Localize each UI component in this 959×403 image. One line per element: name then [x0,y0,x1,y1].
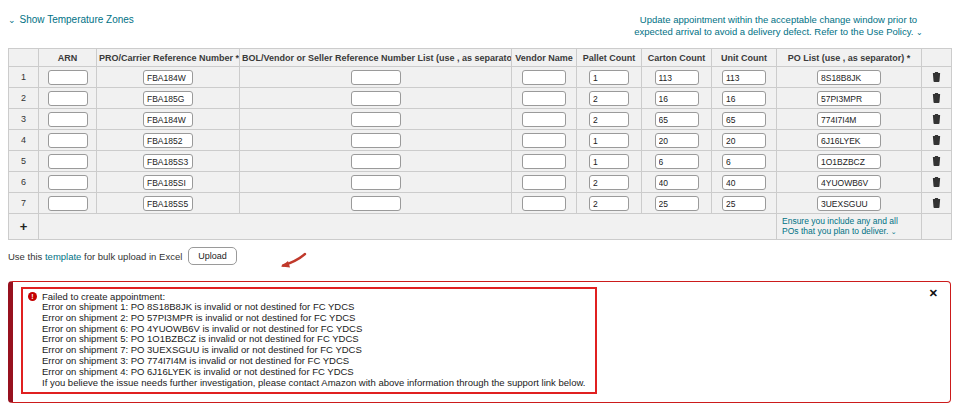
add-row-end [922,214,952,240]
delete-row-button[interactable] [932,113,941,124]
unit-count-input[interactable] [722,91,766,106]
arn-input[interactable] [48,91,88,106]
vendor-name-input[interactable] [522,133,566,148]
bol-reference-input[interactable] [351,133,401,148]
vendor-name-input[interactable] [522,70,566,85]
chevron-down-icon[interactable]: ⌄ [891,228,897,235]
row-number: 6 [9,172,39,193]
add-row-spacer [39,214,777,240]
header-pallet-count: Pallet Count [577,49,642,67]
arn-input[interactable] [48,154,88,169]
row-number: 4 [9,130,39,151]
arn-input[interactable] [48,175,88,190]
trash-icon [932,70,941,85]
pro-reference-input[interactable] [143,91,193,106]
vendor-name-input[interactable] [522,154,566,169]
pro-reference-input[interactable] [143,70,193,85]
use-policy-link[interactable]: Use Policy. [867,26,914,37]
bol-reference-input[interactable] [351,70,401,85]
carton-count-input[interactable] [655,175,699,190]
arn-input[interactable] [48,133,88,148]
trash-icon [932,175,941,190]
upload-button[interactable]: Upload [188,247,237,265]
po-list-input[interactable] [817,112,881,127]
pallet-count-input[interactable] [589,196,629,211]
vendor-name-input[interactable] [522,91,566,106]
error-icon: ! [28,292,37,301]
delete-row-button[interactable] [932,71,941,82]
header-po-list: PO List (use , as separator) * [777,49,922,67]
update-policy-notice: Update appointment within the acceptable… [606,14,951,38]
carton-count-input[interactable] [655,196,699,211]
table-row: 1 [9,67,952,88]
po-list-input[interactable] [817,154,881,169]
vendor-name-input[interactable] [522,196,566,211]
arn-input[interactable] [48,196,88,211]
header-actions [922,49,952,67]
trash-icon [932,133,941,148]
pallet-count-input[interactable] [589,112,629,127]
header-bol: BOL/Vendor or Seller Reference Number Li… [240,49,512,67]
pro-reference-input[interactable] [143,154,193,169]
header-arn: ARN [39,49,97,67]
unit-count-input[interactable] [722,112,766,127]
bulk-upload-text: Use this template for bulk upload in Exc… [8,251,182,262]
header-unit-count: Unit Count [712,49,777,67]
vendor-name-input[interactable] [522,175,566,190]
bol-reference-input[interactable] [351,175,401,190]
trash-icon [932,154,941,169]
pallet-count-input[interactable] [589,133,629,148]
unit-count-input[interactable] [722,175,766,190]
bol-reference-input[interactable] [351,91,401,106]
header-carton-count: Carton Count [642,49,712,67]
trash-icon [932,112,941,127]
chevron-down-icon: ⌄ [8,16,16,24]
delete-row-button[interactable] [932,92,941,103]
pallet-count-input[interactable] [589,91,629,106]
carton-count-input[interactable] [655,91,699,106]
carton-count-input[interactable] [655,112,699,127]
row-number: 2 [9,88,39,109]
po-note-text: Ensure you include any and all POs that … [782,216,898,236]
po-list-input[interactable] [817,133,881,148]
pallet-count-input[interactable] [589,154,629,169]
add-row-button[interactable]: + [9,214,39,240]
bol-reference-input[interactable] [351,112,401,127]
arn-input[interactable] [48,112,88,127]
delete-row-button[interactable] [932,197,941,208]
po-list-input[interactable] [817,175,881,190]
bol-reference-input[interactable] [351,196,401,211]
pro-reference-input[interactable] [143,196,193,211]
pallet-count-input[interactable] [589,70,629,85]
show-temperature-zones-link[interactable]: ⌄ Show Temperature Zones [8,14,134,25]
po-list-input[interactable] [817,70,881,85]
arn-input[interactable] [48,70,88,85]
pro-reference-input[interactable] [143,175,193,190]
delete-row-button[interactable] [932,155,941,166]
carton-count-input[interactable] [655,154,699,169]
po-list-input[interactable] [817,91,881,106]
shipments-table: ARN PRO/Carrier Reference Number * BOL/V… [8,48,952,240]
row-number: 5 [9,151,39,172]
notice-line1: Update appointment within the acceptable… [640,14,917,25]
bol-reference-input[interactable] [351,154,401,169]
pallet-count-input[interactable] [589,175,629,190]
vendor-name-input[interactable] [522,112,566,127]
delete-row-button[interactable] [932,176,941,187]
error-footer: If you believe the issue needs further i… [42,378,585,389]
po-list-input[interactable] [817,196,881,211]
pro-reference-input[interactable] [143,112,193,127]
close-icon[interactable]: ✕ [929,287,938,300]
carton-count-input[interactable] [655,133,699,148]
row-number: 1 [9,67,39,88]
pro-reference-input[interactable] [143,133,193,148]
unit-count-input[interactable] [722,133,766,148]
unit-count-input[interactable] [722,70,766,85]
table-row: 5 [9,151,952,172]
delete-row-button[interactable] [932,134,941,145]
unit-count-input[interactable] [722,196,766,211]
template-link[interactable]: template [45,251,81,262]
table-header-row: ARN PRO/Carrier Reference Number * BOL/V… [9,49,952,67]
carton-count-input[interactable] [655,70,699,85]
unit-count-input[interactable] [722,154,766,169]
